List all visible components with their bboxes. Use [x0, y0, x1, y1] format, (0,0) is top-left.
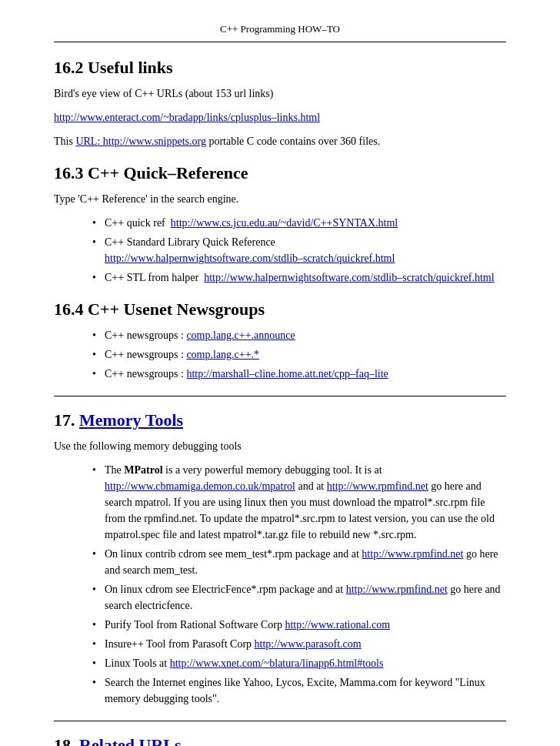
memory-tools-link[interactable]: Memory Tools [79, 410, 183, 430]
mpatrol-bold: MPatrol [124, 464, 162, 476]
section-16-4-list: C++ newsgroups : comp.lang.c++.announce … [92, 327, 506, 382]
divider-17-18 [54, 721, 506, 721]
parasoft-link[interactable]: http://www.parasoft.com [255, 638, 362, 650]
jcu-link[interactable]: http://www.cs.jcu.edu.au/~david/C++SYNTA… [171, 217, 398, 229]
section-17-intro: Use the following memory debugging tools [54, 438, 506, 454]
section-16-2-link1: http://www.enteract.com/~bradapp/links/c… [54, 109, 506, 125]
newsgroup-star-link[interactable]: comp.lang.c++.* [186, 349, 259, 360]
snippets-link[interactable]: URL: http://www.snippets.org [75, 135, 206, 147]
list-item-purify: Purify Tool from Rational Software Corp … [92, 617, 506, 633]
list-item: C++ Standard Library Quick Reference htt… [92, 234, 506, 266]
list-item: C++ STL from halper http://www.halpernwi… [92, 269, 506, 286]
halper-stl-link[interactable]: http://www.halpernwightsoftware.com/stdl… [204, 272, 494, 283]
section-16-2-title: 16.2 Useful links [54, 58, 506, 78]
list-item-electricfence: On linux cdrom see ElectricFence*.rpm pa… [92, 581, 506, 614]
list-item-mpatrol: The MPatrol is a very powerful memory de… [92, 462, 506, 543]
divider-16-17 [54, 396, 506, 396]
section-16-3-title: 16.3 C++ Quick–Reference [54, 163, 506, 183]
enteract-link[interactable]: http://www.enteract.com/~bradapp/links/c… [54, 112, 320, 123]
rpmfind-link-3[interactable]: http://www.rpmfind.net [346, 584, 448, 595]
section-17-title: 17. Memory Tools [54, 410, 506, 430]
page-header: C++ Programming HOW–TO [54, 23, 506, 42]
newsgroup-announce-link[interactable]: comp.lang.c++.announce [186, 330, 295, 341]
section-16-2-snippets: This URL: http://www.snippets.org portab… [54, 133, 506, 149]
rational-link[interactable]: http://www.rational.com [285, 619, 390, 631]
list-item-search: Search the Internet engines like Yahoo, … [92, 674, 506, 707]
list-item: C++ newsgroups : http://marshall–cline.h… [92, 366, 506, 382]
section-17-list: The MPatrol is a very powerful memory de… [92, 462, 506, 707]
header-title: C++ Programming HOW–TO [220, 23, 340, 35]
related-urls-link[interactable]: Related URLs [79, 735, 182, 746]
list-item: C++ quick ref http://www.cs.jcu.edu.au/~… [92, 215, 506, 231]
rpmfind-link-2[interactable]: http://www.rpmfind.net [362, 548, 463, 560]
cbmamiga-link[interactable]: http://www.cbmamiga.demon.co.uk/mpatrol [105, 480, 295, 492]
list-item-insure: Insure++ Tool from Parasoft Corp http://… [92, 636, 506, 652]
section-16-2-bird-eye: Bird's eye view of C++ URLs (about 153 u… [54, 85, 506, 102]
list-item-linux-tools: Linux Tools at http://www.xnet.com/~blat… [92, 655, 506, 671]
halper-stdlib-link[interactable]: http://www.halpernwightsoftware.com/stdl… [105, 253, 395, 264]
xnet-link[interactable]: http://www.xnet.com/~blatura/linapp6.htm… [170, 657, 384, 669]
list-item-memtest: On linux contrib cdrom see mem_test*.rpm… [92, 546, 506, 578]
rpmfind-link-1[interactable]: http://www.rpmfind.net [327, 480, 428, 492]
newsgroup-faq-link[interactable]: http://marshall–cline.home.att.net/cpp–f… [186, 368, 388, 380]
list-item: C++ newsgroups : comp.lang.c++.announce [92, 327, 506, 343]
section-16-4-title: 16.4 C++ Usenet Newsgroups [54, 299, 506, 319]
section-16-3-intro: Type 'C++ Reference' in the search engin… [54, 191, 506, 207]
list-item: C++ newsgroups : comp.lang.c++.* [92, 346, 506, 363]
section-16-3-list: C++ quick ref http://www.cs.jcu.edu.au/~… [92, 215, 506, 286]
section-18-title: 18. Related URLs [54, 735, 506, 746]
